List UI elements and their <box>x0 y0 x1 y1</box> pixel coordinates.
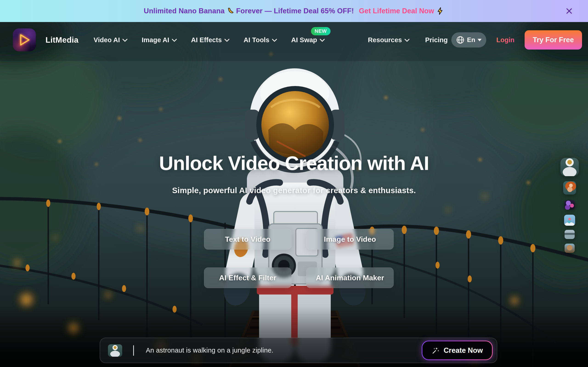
chevron-down-icon <box>405 39 409 42</box>
nav-links: Video AI Image AI AI Effects AI Tools NE… <box>94 36 325 44</box>
create-now-button[interactable]: Create Now <box>422 341 493 360</box>
close-icon <box>565 7 573 15</box>
chevron-down-icon <box>225 39 229 42</box>
promo-banner-message: Unlimited Nano Banana Forever — Lifetime… <box>144 7 444 15</box>
promo-banner: Unlimited Nano Banana Forever — Lifetime… <box>0 0 588 22</box>
login-link[interactable]: Login <box>496 36 515 44</box>
nav-item-video-ai[interactable]: Video AI <box>94 36 128 44</box>
prompt-reference-thumbnail[interactable] <box>108 344 122 357</box>
main-navigation: LitMedia Video AI Image AI AI Effects AI… <box>0 22 588 58</box>
create-now-label: Create Now <box>443 346 483 355</box>
chevron-down-icon <box>320 39 325 42</box>
quick-actions: Text to Video Image to Video AI Effect &… <box>204 229 394 288</box>
nav-item-image-ai[interactable]: Image AI <box>142 36 177 44</box>
prompt-text: An astronaut is walking on a jungle zipl… <box>146 347 273 354</box>
page-title: Unlock Video Creation with AI <box>0 152 588 175</box>
create-now-button-inner[interactable]: Create Now <box>422 341 492 359</box>
prompt-input[interactable]: An astronaut is walking on a jungle zipl… <box>100 338 497 363</box>
magic-wand-icon <box>432 346 440 355</box>
nav-item-ai-effects[interactable]: AI Effects <box>191 36 229 44</box>
chevron-down-icon <box>272 39 277 42</box>
ai-animation-maker-button[interactable]: AI Animation Maker <box>306 267 394 288</box>
caret-down-icon <box>477 39 482 41</box>
side-thumbnail-lake-pier[interactable] <box>565 230 575 239</box>
image-to-video-button[interactable]: Image to Video <box>306 229 394 250</box>
lightning-icon <box>436 7 444 15</box>
text-to-video-button[interactable]: Text to Video <box>204 229 292 250</box>
litmedia-logo[interactable] <box>13 28 36 51</box>
hero-section: LitMedia Video AI Image AI AI Effects AI… <box>0 22 588 367</box>
side-thumbnail-tabby-cat[interactable] <box>565 244 575 253</box>
side-thumbnail-purple-alien[interactable] <box>564 200 575 210</box>
banner-close-button[interactable] <box>564 6 575 17</box>
chevron-down-icon <box>122 39 128 42</box>
example-thumbnail-rail <box>561 158 579 253</box>
promo-text-right: Forever — Lifetime Deal 65% OFF! <box>236 7 354 15</box>
new-badge: NEW <box>311 27 330 35</box>
nav-item-ai-swap[interactable]: NEW AI Swap <box>291 36 325 44</box>
nav-right-group: Resources Pricing En Login Try For Free <box>368 30 582 50</box>
ai-effect-filter-button[interactable]: AI Effect & Filter <box>204 267 292 288</box>
play-triangle-icon <box>16 32 33 48</box>
text-cursor <box>133 345 134 356</box>
nav-item-ai-tools[interactable]: AI Tools <box>244 36 277 44</box>
banana-icon <box>226 7 234 15</box>
side-thumbnail-astronaut[interactable] <box>561 158 579 176</box>
try-for-free-button[interactable]: Try For Free <box>525 30 582 50</box>
page-subtitle: Simple, powerful AI video generator for … <box>0 186 588 195</box>
side-thumbnail-woman-on-clouds[interactable] <box>564 215 575 226</box>
language-label: En <box>467 36 475 44</box>
side-thumbnail-red-haired-woman[interactable] <box>563 181 576 194</box>
globe-icon <box>456 35 465 44</box>
promo-text-left: Unlimited Nano Banana <box>144 7 225 15</box>
brand-name[interactable]: LitMedia <box>45 35 78 44</box>
nav-item-resources[interactable]: Resources <box>368 36 409 44</box>
lifetime-deal-link[interactable]: Get Lifetime Deal Now <box>359 7 434 15</box>
nav-item-pricing[interactable]: Pricing <box>425 36 448 44</box>
chevron-down-icon <box>172 39 177 42</box>
language-selector[interactable]: En <box>451 32 486 48</box>
